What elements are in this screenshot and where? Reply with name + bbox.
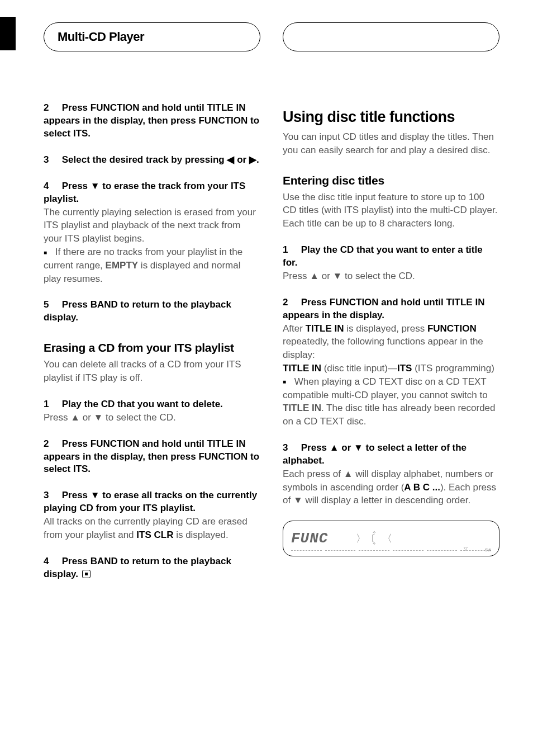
step-title: Press ▲ or ▼ to select a letter of the a…	[283, 442, 467, 466]
step-block: 3 Select the desired track by pressing ◀…	[44, 154, 260, 167]
step-heading: 1 Play the CD that you want to delete.	[44, 398, 260, 411]
heading-disc-title-functions: Using disc title functions	[283, 108, 499, 126]
step-body-2: TITLE IN (disc title input)—ITS (ITS pro…	[283, 362, 499, 375]
note-pre: When playing a CD TEXT disc on a CD TEXT…	[283, 376, 488, 400]
lcd-main-text: FUNC	[291, 530, 328, 547]
step-number: 3	[283, 442, 298, 455]
lcd-cursor-glyph: ⌃ 〉〔 〈 ⌄	[356, 532, 392, 545]
body-bold: A B C ...	[404, 482, 440, 493]
step-block: 2 Press FUNCTION and hold until TITLE IN…	[283, 296, 499, 428]
step-body: The currently playing selection is erase…	[44, 206, 260, 245]
step-title: Press FUNCTION and hold until TITLE IN a…	[283, 297, 484, 320]
right-column: Using disc title functions You can input…	[283, 102, 499, 594]
body1-b2: FUNCTION	[427, 323, 477, 334]
step-heading: 3 Press ▲ or ▼ to select a letter of the…	[283, 442, 499, 467]
lcd-sw-label: sw	[485, 547, 491, 552]
content-columns: 2 Press FUNCTION and hold until TITLE IN…	[0, 102, 499, 594]
step-block: 3 Press ▲ or ▼ to select a letter of the…	[283, 442, 499, 507]
note-bold: EMPTY	[106, 260, 139, 271]
body2-post: (ITS programming)	[412, 363, 494, 374]
left-column: 2 Press FUNCTION and hold until TITLE IN…	[44, 102, 260, 594]
step-title: Press ▼ to erase all tracks on the curre…	[44, 490, 257, 513]
step-block: 4 Press ▼ to erase the track from your I…	[44, 180, 260, 286]
body1-post: repeatedly, the following functions appe…	[283, 336, 483, 360]
section-tabs: Multi-CD Player	[0, 22, 499, 51]
bullet-icon: ■	[44, 249, 47, 257]
body-bold: ITS CLR	[136, 530, 173, 540]
body2-b1: TITLE IN	[283, 363, 321, 374]
step-heading: 2 Press FUNCTION and hold until TITLE IN…	[44, 102, 260, 140]
step-number: 3	[44, 489, 59, 502]
step-block: 5 Press BAND to return to the playback d…	[44, 299, 260, 324]
subsection-intro: You can delete all tracks of a CD from y…	[44, 358, 260, 385]
step-title: Press FUNCTION and hold until TITLE IN a…	[44, 102, 259, 139]
subheading-entering-disc-titles: Entering disc titles	[283, 174, 499, 187]
step-block: 2 Press FUNCTION and hold until TITLE IN…	[44, 438, 260, 476]
step-heading: 3 Select the desired track by pressing ◀…	[44, 154, 260, 167]
step-title: Play the CD that you want to delete.	[62, 399, 223, 409]
step-body: Press ▲ or ▼ to select the CD.	[44, 411, 260, 424]
section-tab-left: Multi-CD Player	[44, 22, 260, 51]
step-title: Play the CD that you want to enter a tit…	[283, 244, 483, 268]
step-block: 3 Press ▼ to erase all tracks on the cur…	[44, 489, 260, 541]
step-number: 2	[44, 438, 59, 451]
step-heading: 1 Play the CD that you want to enter a t…	[283, 244, 499, 270]
step-number: 2	[44, 102, 59, 115]
body1-b1: TITLE IN	[306, 323, 344, 334]
lcd-antenna-icon: ▽	[464, 546, 468, 551]
step-heading: 4 Press BAND to return to the playback d…	[44, 555, 260, 581]
step-number: 4	[44, 555, 59, 568]
step-heading: 4 Press ▼ to erase the track from your I…	[44, 180, 260, 206]
step-title: Press BAND to return to the playback dis…	[44, 556, 231, 579]
step-title: Press FUNCTION and hold until TITLE IN a…	[44, 438, 259, 475]
body1-pre: After	[283, 323, 306, 334]
lcd-underline-row	[291, 547, 491, 551]
step-heading: 3 Press ▼ to erase all tracks on the cur…	[44, 489, 260, 515]
step-number: 1	[283, 244, 298, 257]
section-tab-right	[283, 22, 499, 51]
step-heading: 2 Press FUNCTION and hold until TITLE IN…	[44, 438, 260, 476]
step-number: 3	[44, 154, 59, 167]
step-number: 2	[283, 296, 298, 309]
step-heading: 5 Press BAND to return to the playback d…	[44, 299, 260, 324]
step-body: All tracks on the currently playing CD a…	[44, 515, 260, 542]
step-title: Select the desired track by pressing ◀ o…	[62, 154, 259, 165]
step-block: 4 Press BAND to return to the playback d…	[44, 555, 260, 581]
note-bold: TITLE IN	[283, 403, 321, 413]
body2-b2: ITS	[397, 363, 412, 374]
step-body: After TITLE IN is displayed, press FUNCT…	[283, 322, 499, 362]
subheading-erasing-cd: Erasing a CD from your ITS playlist	[44, 341, 260, 355]
step-body: Press ▲ or ▼ to select the CD.	[283, 270, 499, 283]
step-note: ■ If there are no tracks from your playl…	[44, 245, 260, 285]
subsection-intro: Use the disc title input feature to stor…	[283, 191, 499, 230]
body-post: is displayed.	[173, 530, 228, 540]
step-block: 2 Press FUNCTION and hold until TITLE IN…	[44, 102, 260, 140]
section-intro: You can input CD titles and display the …	[283, 130, 499, 157]
bullet-icon: ■	[283, 378, 286, 386]
step-note: ■ When playing a CD TEXT disc on a CD TE…	[283, 375, 499, 428]
step-block: 1 Play the CD that you want to delete. P…	[44, 398, 260, 424]
body2-mid: (disc title input)—	[321, 363, 397, 374]
section-end-icon	[82, 570, 91, 578]
step-title: Press ▼ to erase the track from your ITS…	[44, 181, 245, 204]
section-tab-left-label: Multi-CD Player	[58, 30, 144, 44]
step-number: 5	[44, 299, 59, 311]
step-body: Each press of ▲ will display alphabet, n…	[283, 467, 499, 507]
step-number: 4	[44, 180, 59, 193]
step-block: 1 Play the CD that you want to enter a t…	[283, 244, 499, 283]
body1-mid: is displayed, press	[344, 323, 427, 334]
lcd-display-illustration: FUNC ⌃ 〉〔 〈 ⌄ ▽ sw	[283, 521, 499, 556]
step-number: 1	[44, 398, 59, 411]
step-title: Press BAND to return to the playback dis…	[44, 299, 231, 323]
step-heading: 2 Press FUNCTION and hold until TITLE IN…	[283, 296, 499, 322]
